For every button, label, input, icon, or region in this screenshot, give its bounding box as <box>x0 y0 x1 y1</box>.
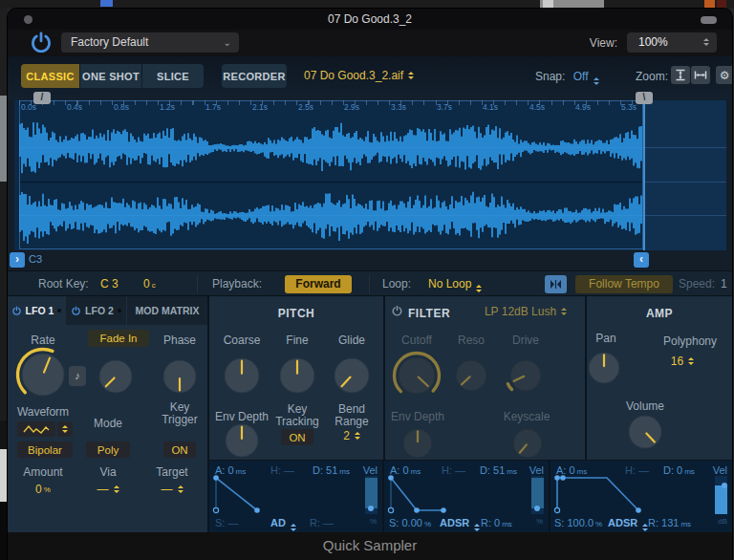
envelope-mode-selector[interactable]: ADSR <box>608 517 648 531</box>
amount-value[interactable]: 0% <box>14 483 72 496</box>
tab-label: LFO 1 <box>26 305 54 316</box>
velocity-bar[interactable] <box>365 476 378 514</box>
stepper-icon <box>355 432 360 440</box>
sustain-field[interactable]: S: — <box>215 517 238 528</box>
view-value: 100% <box>638 35 668 49</box>
envelope-mode-selector[interactable]: ADSR <box>440 517 480 531</box>
velocity-fill <box>531 478 544 508</box>
tab-mod-matrix[interactable]: MOD MATRIX <box>127 296 207 325</box>
preset-selector[interactable]: Factory Default ⌄ <box>61 32 239 53</box>
power-icon <box>391 305 403 317</box>
recorder-button[interactable]: RECORDER <box>222 64 287 88</box>
window-minimize-button[interactable] <box>701 16 717 24</box>
speed-label: Speed: <box>679 277 715 291</box>
tab-classic[interactable]: CLASSIC <box>21 64 79 88</box>
pitch-coarse-knob[interactable] <box>216 350 268 405</box>
lfo-mode-button[interactable]: Poly <box>86 442 130 458</box>
region-start-handle[interactable]: › <box>10 252 25 268</box>
bend-range-selector[interactable]: 2 <box>328 429 376 442</box>
loop-selector[interactable]: No Loop <box>428 277 482 292</box>
root-key-value[interactable]: C 3 <box>100 277 119 291</box>
polarity-button[interactable]: Bipolar <box>17 442 73 458</box>
waveform-display[interactable]: 0.0s 0.4s 0.8s 1.2s 1.7s 2.1s 2.5s 2.9s … <box>14 100 726 250</box>
fade-mode-button[interactable]: Fade In <box>88 330 149 347</box>
pitch-title: PITCH <box>209 307 383 320</box>
stepper-icon <box>114 485 119 493</box>
sample-region[interactable] <box>19 100 643 249</box>
envelope-graph[interactable] <box>552 475 705 515</box>
beyond-sample-area <box>643 100 726 250</box>
flex-icon <box>550 279 562 290</box>
velocity-bar[interactable] <box>531 476 544 514</box>
note-sync-button[interactable]: ♪ <box>69 366 86 386</box>
glide-knob[interactable] <box>326 350 378 405</box>
snap-control[interactable]: Snap: Off <box>535 70 599 85</box>
snap-label: Snap: <box>535 70 565 83</box>
drive-knob[interactable] <box>502 352 550 403</box>
envelope-graph[interactable] <box>386 475 522 515</box>
settings-button[interactable]: ⚙⌄ <box>716 66 732 84</box>
tab-label: MOD MATRIX <box>136 305 200 316</box>
tab-slice[interactable]: SLICE <box>142 64 204 88</box>
pan-label: Pan <box>587 332 625 345</box>
flex-button[interactable] <box>545 275 567 293</box>
key-tracking-button[interactable]: ON <box>281 429 313 445</box>
lfo-waveform-stepper[interactable] <box>57 421 73 437</box>
volume-knob[interactable] <box>620 407 670 461</box>
cutoff-knob[interactable] <box>390 349 443 406</box>
velocity-handle[interactable] <box>534 506 540 511</box>
key-tracking-label: Key Tracking <box>270 403 324 428</box>
lfo-waveform-selector[interactable] <box>17 421 55 437</box>
sustain-field[interactable]: S: 100.0% <box>554 517 602 528</box>
fade-out-handle[interactable]: \ <box>636 92 653 104</box>
velocity-fill <box>715 485 727 514</box>
region-end-handle[interactable]: ‹ <box>634 252 649 268</box>
power-button[interactable] <box>29 31 54 59</box>
release-field[interactable]: R: 0ms <box>481 517 512 528</box>
fade-in-handle[interactable]: / <box>33 92 51 104</box>
polyphony-selector[interactable]: 16 <box>656 355 709 368</box>
velocity-handle[interactable] <box>368 506 374 511</box>
tab-lfo1[interactable]: LFO 1 <box>8 296 65 325</box>
stepper-icon <box>594 77 599 85</box>
reso-knob[interactable] <box>447 352 495 403</box>
coarse-label: Coarse <box>213 334 270 347</box>
power-icon <box>11 306 22 316</box>
polyphony-value: 16 <box>671 355 683 368</box>
file-selector[interactable]: 07 Do Good.3_2.aif <box>304 69 414 82</box>
via-selector[interactable]: — <box>84 483 132 496</box>
envelope-graph[interactable] <box>211 475 356 515</box>
tab-lfo2[interactable]: LFO 2 <box>66 296 126 325</box>
zoom-horizontal-icon <box>694 69 707 81</box>
pan-knob[interactable] <box>580 344 628 396</box>
envelope-mode-selector[interactable]: AD <box>270 517 296 531</box>
velocity-bar[interactable] <box>715 476 727 514</box>
pitch-fine-knob[interactable] <box>271 350 323 405</box>
mode-toolbar: CLASSIC ONE SHOT SLICE RECORDER 07 Do Go… <box>8 56 732 100</box>
zoom-horizontal-button[interactable] <box>691 66 710 84</box>
lfo-rate-knob[interactable] <box>13 345 73 408</box>
gear-icon: ⚙ <box>720 69 730 82</box>
filter-power-button[interactable] <box>391 304 403 321</box>
lfo-fade-knob[interactable] <box>91 352 140 405</box>
velocity-handle[interactable] <box>722 483 727 488</box>
follow-tempo-button[interactable]: Follow Tempo <box>575 275 673 293</box>
stepper-icon <box>703 38 709 46</box>
target-selector[interactable]: — <box>148 483 196 496</box>
tab-one-shot[interactable]: ONE SHOT <box>80 64 141 88</box>
release-field[interactable]: R: 131ms <box>648 517 691 528</box>
key-trigger-button[interactable]: ON <box>163 442 196 458</box>
plugin-footer: Quick Sampler <box>8 532 732 560</box>
release-field[interactable]: R: — <box>310 517 334 528</box>
sustain-field[interactable]: S: 0.00% <box>389 517 431 528</box>
playback-mode-button[interactable]: Forward <box>285 275 352 293</box>
lfo-phase-knob[interactable] <box>155 352 205 405</box>
filter-type-selector[interactable]: LP 12dB Lush <box>469 305 582 318</box>
tune-value[interactable]: 0c <box>143 277 156 291</box>
stepper-icon <box>408 72 414 79</box>
grid-line <box>645 215 726 216</box>
power-icon <box>29 31 54 55</box>
zoom-vertical-button[interactable] <box>671 66 690 84</box>
drive-label: Drive <box>497 334 554 347</box>
view-selector[interactable]: 100% <box>627 32 717 53</box>
